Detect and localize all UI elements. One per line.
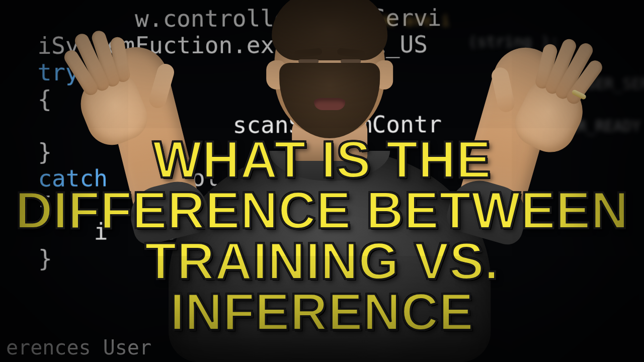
presenter-hair bbox=[272, 0, 387, 60]
presenter-head bbox=[274, 0, 385, 136]
presenter-mouth bbox=[314, 98, 345, 110]
thumb bbox=[147, 62, 176, 110]
title-line-2: DIFFeReNCe BeTWeeN bbox=[5, 186, 639, 236]
video-thumbnail: w.controller = exServi iSystemFuction.ex… bbox=[0, 0, 644, 362]
code-bottom-fragment: erences User bbox=[6, 336, 151, 359]
thumbnail-title: WHAT IS THE DIFFeReNCe BeTWeeN TRAINING … bbox=[0, 135, 644, 338]
thumb bbox=[490, 66, 516, 114]
title-line-3: TRAINING VS. INFeReNCe bbox=[5, 236, 639, 338]
title-line-1: WHAT IS THE bbox=[5, 135, 639, 186]
